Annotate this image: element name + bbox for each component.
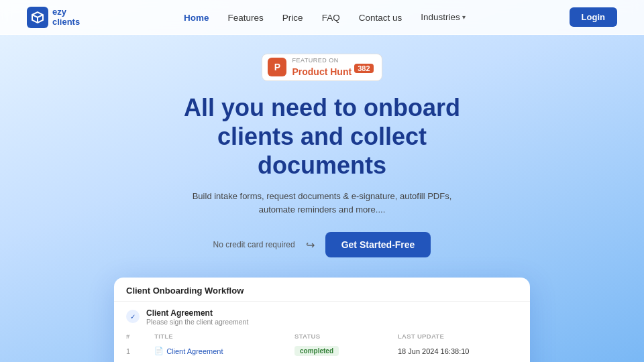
logo-text: ezy clients	[52, 7, 80, 27]
dashboard-card: Client Onboarding Workflow ✓ Client Agre…	[114, 278, 530, 362]
hero-subtitle: Build intake forms, request documents & …	[181, 190, 463, 218]
col-status-1: STATUS	[282, 330, 386, 343]
section-1-name: Client Agreement	[146, 308, 518, 318]
hero-title: All you need to onboard clients and coll…	[184, 93, 460, 180]
nav-price[interactable]: Price	[282, 13, 303, 23]
product-hunt-logo: P	[268, 58, 286, 76]
col-title-1: TITLE	[142, 330, 282, 343]
col-num-1: #	[114, 330, 142, 343]
table-row: 1 📄 Client Agreement completed 18 Jun 2	[114, 343, 530, 359]
workflow-title: Client Onboarding Workflow	[114, 278, 530, 302]
navbar: ezy clients Home Features Price FAQ Cont…	[0, 0, 644, 35]
no-credit-text: No credit card required	[213, 240, 295, 249]
table-client-agreement: # TITLE STATUS LAST UPDATE 1 📄	[114, 330, 530, 359]
nav-menu: Home Features Price FAQ Contact us Indus…	[184, 11, 466, 23]
section-1-desc: Please sign the client agreement	[146, 318, 518, 326]
nav-contact[interactable]: Contact us	[359, 13, 402, 23]
login-button[interactable]: Login	[570, 7, 617, 27]
nav-features[interactable]: Features	[228, 13, 264, 23]
col-lastupdate-1: LAST UPDATE	[386, 330, 530, 343]
section-client-agreement: ✓ Client Agreement Please sign the clien…	[114, 302, 530, 362]
section-icon-1: ✓	[126, 310, 140, 323]
logo-icon	[27, 7, 48, 28]
logo[interactable]: ezy clients	[27, 7, 80, 28]
row-title: 📄 Client Agreement	[142, 343, 282, 359]
dashboard-container: Client Onboarding Workflow ✓ Client Agre…	[114, 278, 530, 362]
product-hunt-text: FEATURED ON Product Hunt382	[292, 58, 373, 77]
file-icon: 📄	[154, 347, 164, 355]
cta-area: No credit card required ↪ Get Started-Fr…	[213, 232, 431, 257]
row-status: completed	[282, 343, 386, 359]
row-num: 1	[114, 343, 142, 359]
chevron-down-icon: ▾	[462, 13, 466, 21]
nav-home[interactable]: Home	[184, 13, 209, 23]
nav-faq[interactable]: FAQ	[322, 13, 340, 23]
hero-section: P FEATURED ON Product Hunt382 All you ne…	[0, 35, 644, 362]
arrow-icon: ↪	[306, 239, 315, 251]
product-hunt-badge[interactable]: P FEATURED ON Product Hunt382	[262, 54, 382, 81]
nav-industries[interactable]: Industries	[421, 12, 460, 22]
row-lastupdate: 18 Jun 2024 16:38:10	[386, 343, 530, 359]
cta-button[interactable]: Get Started-Free	[325, 232, 431, 257]
